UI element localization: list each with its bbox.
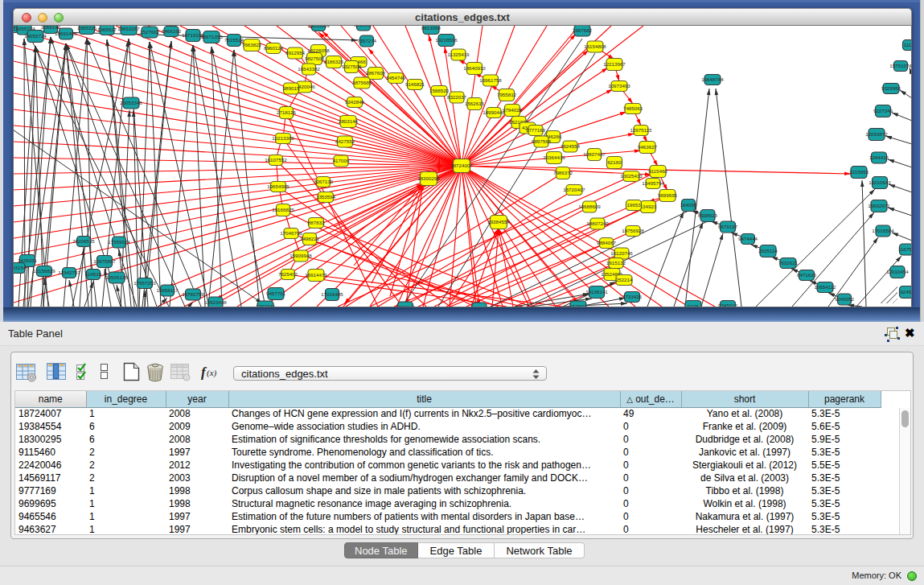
svg-text:134923: 134923: [640, 204, 657, 209]
svg-text:10958117: 10958117: [156, 287, 179, 293]
svg-text:7632621: 7632621: [778, 260, 799, 266]
svg-text:12923448: 12923448: [204, 299, 227, 305]
svg-text:17016504: 17016504: [872, 228, 894, 233]
svg-text:16914479: 16914479: [305, 272, 327, 278]
svg-text:10653267: 10653267: [117, 26, 140, 31]
svg-text:16107552: 16107552: [265, 157, 287, 163]
svg-text:18807249: 18807249: [586, 220, 609, 226]
svg-text:1615132: 1615132: [606, 260, 626, 266]
svg-text:6466160: 6466160: [162, 28, 182, 34]
svg-text:1678275: 1678275: [470, 305, 490, 307]
svg-text:9245: 9245: [688, 303, 699, 307]
svg-text:3624554: 3624554: [561, 143, 581, 149]
svg-text:8186323: 8186323: [324, 59, 344, 64]
svg-text:16033809: 16033809: [307, 26, 330, 28]
svg-text:12342757: 12342757: [58, 270, 80, 275]
svg-text:1244415: 1244415: [869, 154, 889, 160]
svg-text:20206535: 20206535: [72, 238, 95, 244]
svg-text:16671355: 16671355: [200, 34, 223, 39]
svg-text:18640910: 18640910: [463, 65, 486, 71]
svg-text:19166825: 19166825: [272, 207, 294, 212]
svg-text:16210643: 16210643: [869, 179, 891, 185]
svg-text:167827: 167827: [570, 303, 587, 307]
svg-text:12975115: 12975115: [630, 127, 652, 133]
svg-text:887833: 887833: [308, 220, 325, 225]
svg-text:8454749: 8454749: [386, 75, 406, 80]
svg-text:9474444: 9474444: [738, 236, 758, 241]
svg-text:14136141: 14136141: [585, 289, 608, 295]
svg-text:18724007: 18724007: [450, 163, 473, 168]
svg-text:16543382: 16543382: [298, 66, 320, 72]
svg-text:9699695: 9699695: [658, 192, 678, 198]
svg-text:8960124: 8960124: [264, 45, 284, 51]
svg-text:1733426: 1733426: [622, 294, 643, 299]
svg-text:12010454: 12010454: [886, 269, 909, 274]
svg-text:16961758: 16961758: [479, 77, 502, 83]
svg-text:19756928: 19756928: [622, 228, 644, 233]
svg-text:16154808: 16154808: [584, 43, 606, 49]
svg-text:1065326: 1065326: [77, 26, 97, 31]
svg-text:7485063: 7485063: [623, 105, 643, 111]
svg-text:9227349: 9227349: [873, 108, 893, 113]
svg-text:2935114: 2935114: [758, 248, 778, 253]
svg-text:6679197: 6679197: [718, 224, 738, 229]
svg-text:(x): (x): [207, 368, 217, 378]
svg-text:20053346: 20053346: [120, 100, 142, 105]
svg-text:12505135: 12505135: [105, 274, 128, 280]
svg-text:1292344: 1292344: [256, 303, 276, 307]
svg-text:17016485: 17016485: [321, 291, 343, 297]
svg-text:14055724: 14055724: [24, 33, 47, 39]
svg-text:8322037: 8322037: [447, 94, 467, 100]
svg-text:7357274: 7357274: [357, 38, 377, 43]
svg-text:114519: 114519: [85, 271, 102, 277]
svg-text:7986372: 7986372: [553, 170, 573, 175]
svg-text:19218506: 19218506: [435, 37, 458, 43]
svg-text:92450: 92450: [900, 289, 911, 295]
svg-text:1588520: 1588520: [429, 88, 450, 93]
svg-text:9463627: 9463627: [638, 144, 658, 150]
svg-text:11125: 11125: [904, 42, 911, 47]
svg-text:9457791: 9457791: [266, 290, 286, 296]
svg-text:8471626: 8471626: [797, 272, 817, 278]
svg-text:2687682: 2687682: [573, 27, 593, 33]
svg-text:9242848: 9242848: [345, 99, 365, 105]
svg-text:6897568: 6897568: [532, 138, 552, 144]
svg-text:8813054: 8813054: [421, 26, 441, 31]
svg-text:10025433: 10025433: [620, 173, 643, 179]
svg-text:16648784: 16648784: [701, 76, 724, 82]
svg-text:9827508: 9827508: [305, 56, 325, 61]
svg-text:3215953: 3215953: [849, 169, 869, 175]
svg-text:15751074: 15751074: [889, 63, 911, 68]
svg-text:9115460: 9115460: [648, 168, 667, 174]
svg-text:12213967: 12213967: [603, 61, 626, 67]
svg-text:7663822: 7663822: [242, 42, 262, 47]
svg-text:8813054: 8813054: [354, 26, 374, 27]
svg-text:16120746: 16120746: [610, 250, 633, 256]
svg-text:9777169: 9777169: [526, 127, 546, 133]
svg-text:9245012: 9245012: [718, 303, 738, 307]
svg-text:10807487: 10807487: [583, 151, 606, 157]
svg-text:15720407: 15720407: [563, 187, 585, 192]
svg-text:62160: 62160: [607, 159, 622, 165]
svg-text:393154: 393154: [14, 265, 27, 270]
svg-text:18300295: 18300295: [417, 175, 440, 181]
svg-text:252214: 252214: [616, 277, 633, 282]
svg-text:1353594: 1353594: [316, 194, 336, 200]
svg-text:20691406: 20691406: [55, 31, 77, 36]
svg-text:417006: 417006: [333, 158, 350, 163]
svg-text:10688609: 10688609: [578, 204, 601, 209]
svg-text:9327508: 9327508: [342, 64, 362, 69]
svg-text:11325419: 11325419: [447, 51, 470, 57]
svg-text:19384554: 19384554: [487, 219, 510, 225]
svg-text:3875685: 3875685: [352, 80, 372, 85]
svg-text:17046798: 17046798: [280, 230, 302, 236]
svg-text:12213369: 12213369: [272, 135, 294, 141]
svg-text:8427552: 8427552: [335, 138, 355, 144]
svg-text:10654112: 10654112: [814, 284, 836, 290]
svg-text:15909948: 15909948: [290, 253, 312, 258]
svg-text:9245052: 9245052: [835, 296, 855, 302]
svg-text:6794028: 6794028: [503, 107, 523, 113]
svg-text:19653: 19653: [626, 202, 641, 208]
svg-text:19654985: 19654985: [267, 183, 290, 189]
svg-text:2867608: 2867608: [366, 70, 386, 76]
